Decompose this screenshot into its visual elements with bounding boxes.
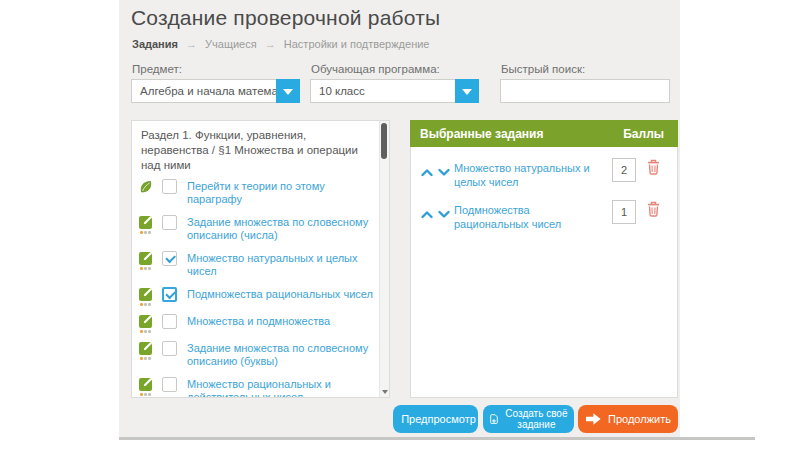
breadcrumb-step-tasks[interactable]: Задания: [132, 38, 178, 50]
task-checkbox[interactable]: [162, 215, 177, 230]
move-up-icon[interactable]: [421, 205, 433, 223]
program-select[interactable]: 10 класс: [310, 79, 479, 103]
selected-rows: Множество натуральных и целых чисел Подм…: [411, 147, 677, 231]
app-container: Создание проверочной работы Задания → Уч…: [119, 0, 755, 440]
arrow-right-icon: [585, 412, 602, 426]
program-select-value: 10 класс: [311, 85, 455, 97]
section-title: Раздел 1. Функции, уравнения, неравенств…: [132, 121, 389, 179]
selected-task-row: Множество натуральных и целых чисел: [421, 161, 669, 189]
delete-task-button[interactable]: [647, 201, 660, 220]
task-link[interactable]: Множество натуральных и целых чисел: [187, 251, 373, 278]
page-title: Создание проверочной работы: [131, 6, 440, 30]
difficulty-dots: [140, 303, 151, 306]
selected-panel-title: Выбранные задания: [420, 127, 543, 141]
action-buttons-row: Предпросмотр Создать своё задание Продол…: [119, 405, 678, 433]
difficulty-dots: [140, 357, 151, 360]
task-link[interactable]: Задание множества по словесному описанию…: [187, 215, 373, 242]
task-edit-icon: [139, 288, 152, 301]
continue-button-label: Продолжить: [608, 413, 671, 425]
create-own-task-button-label: Создать своё задание: [505, 408, 568, 430]
move-down-icon[interactable]: [438, 205, 450, 223]
difficulty-dots: [140, 231, 151, 234]
task-checkbox[interactable]: [162, 179, 177, 194]
subject-label: Предмет:: [132, 63, 182, 75]
task-list-panel: Раздел 1. Функции, уравнения, неравенств…: [131, 120, 390, 398]
trash-icon: [647, 159, 660, 175]
doc-plus-icon: [489, 410, 499, 428]
quick-search-input[interactable]: [500, 79, 670, 103]
theory-book-icon: [139, 180, 153, 198]
task-link[interactable]: Перейти к теории по этому параграфу: [187, 179, 373, 206]
program-dropdown-button[interactable]: [455, 79, 479, 103]
create-test-panel: Создание проверочной работы Задания → Уч…: [119, 0, 680, 437]
delete-task-button[interactable]: [647, 159, 660, 178]
scrollbar-down-arrow-icon[interactable]: [382, 390, 388, 394]
task-edit-icon: [139, 216, 152, 229]
task-list-item: Подмножества рациональных чисел: [139, 287, 389, 305]
trash-icon: [647, 201, 660, 217]
task-checkbox[interactable]: [162, 314, 177, 329]
continue-button[interactable]: Продолжить: [578, 405, 678, 433]
task-checkbox[interactable]: [162, 341, 177, 356]
task-list: Перейти к теории по этому параграфу Зада…: [132, 179, 389, 398]
task-checkbox[interactable]: [162, 251, 177, 266]
task-link[interactable]: Задание множества по словесному описанию…: [187, 341, 373, 368]
task-checkbox[interactable]: [162, 287, 177, 302]
create-own-task-button[interactable]: Создать своё задание: [483, 405, 574, 433]
task-list-item: Множество рациональных и действительных …: [139, 377, 389, 398]
preview-button[interactable]: Предпросмотр: [393, 405, 478, 433]
selected-tasks-panel: Выбранные задания Баллы Множество натура…: [410, 120, 678, 398]
subject-dropdown-button[interactable]: [276, 79, 300, 103]
task-list-item: Задание множества по словесному описанию…: [139, 341, 389, 368]
breadcrumb-arrow-icon: →: [265, 38, 276, 50]
subject-select-value: Алгебра и начала математич...: [132, 85, 276, 97]
move-down-icon[interactable]: [438, 163, 450, 181]
preview-button-label: Предпросмотр: [401, 413, 476, 425]
points-input[interactable]: [612, 200, 636, 224]
selected-task-link[interactable]: Подмножества рациональных чисел: [454, 203, 606, 231]
task-edit-icon: [139, 315, 152, 328]
points-input[interactable]: [612, 158, 636, 182]
selected-panel-header: Выбранные задания Баллы: [410, 120, 678, 147]
task-list-item: Задание множества по словесному описанию…: [139, 215, 389, 242]
breadcrumb-step-students[interactable]: Учащиеся: [205, 38, 257, 50]
task-link[interactable]: Подмножества рациональных чисел: [187, 287, 373, 301]
selected-task-row: Подмножества рациональных чисел: [421, 203, 669, 231]
breadcrumb-arrow-icon: →: [186, 38, 197, 50]
task-list-item: Перейти к теории по этому параграфу: [139, 179, 389, 206]
task-edit-icon: [139, 342, 152, 355]
difficulty-dots: [140, 393, 151, 396]
task-list-scrollbar[interactable]: [379, 121, 389, 397]
program-label: Обучающая программа:: [311, 63, 440, 75]
selected-task-link[interactable]: Множество натуральных и целых чисел: [454, 161, 606, 189]
points-column-header: Баллы: [623, 127, 664, 141]
task-edit-icon: [139, 378, 152, 391]
task-list-item: Множества и подмножества: [139, 314, 389, 332]
breadcrumb-step-settings[interactable]: Настройки и подтверждение: [284, 38, 430, 50]
difficulty-dots: [140, 267, 151, 270]
quick-search-label: Быстрый поиск:: [501, 63, 585, 75]
move-up-icon[interactable]: [421, 163, 433, 181]
task-list-item: Множество натуральных и целых чисел: [139, 251, 389, 278]
task-link[interactable]: Множество рациональных и действительных …: [187, 377, 373, 398]
subject-select[interactable]: Алгебра и начала математич...: [131, 79, 300, 103]
task-edit-icon: [139, 252, 152, 265]
breadcrumb: Задания → Учащиеся → Настройки и подтвер…: [132, 38, 429, 50]
task-link[interactable]: Множества и подмножества: [187, 314, 330, 328]
difficulty-dots: [140, 330, 151, 333]
task-checkbox[interactable]: [162, 377, 177, 392]
scrollbar-thumb[interactable]: [381, 123, 387, 159]
